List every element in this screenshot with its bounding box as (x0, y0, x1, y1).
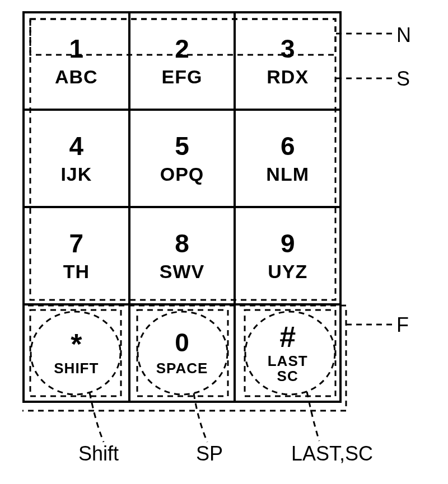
key-number: 3 (281, 36, 295, 62)
label-s: S (396, 67, 410, 91)
key-letters: SWV (160, 262, 204, 281)
key-function: SPACE (156, 361, 208, 376)
key-number: 2 (175, 36, 189, 62)
key-0[interactable]: 0 SPACE (128, 306, 234, 401)
label-n: N (396, 24, 411, 47)
key-letters: UYZ (268, 262, 307, 281)
label-sp: SP (196, 442, 223, 466)
key-4[interactable]: 4 IJK (25, 111, 128, 206)
key-2[interactable]: 2 EFG (128, 13, 234, 109)
key-letters: RDX (267, 67, 309, 86)
key-symbol: # (279, 322, 296, 351)
key-letters: NLM (266, 165, 309, 184)
key-symbol: * (71, 330, 82, 359)
key-letters: EFG (162, 67, 203, 86)
keypad-row-2: 4 IJK 5 OPQ 6 NLM (25, 109, 339, 206)
key-number: 1 (69, 36, 84, 62)
label-lastsc: LAST,SC (291, 442, 373, 466)
key-number: 4 (69, 133, 84, 159)
key-hash[interactable]: # LAST SC (234, 306, 339, 401)
key-7[interactable]: 7 TH (25, 208, 128, 303)
key-letters: IJK (60, 165, 92, 184)
key-letters: OPQ (160, 165, 204, 184)
key-function: LAST SC (268, 354, 308, 384)
keypad-row-3: 7 TH 8 SWV 9 UYZ (25, 206, 339, 303)
key-star[interactable]: * SHIFT (25, 306, 128, 401)
key-number: 8 (175, 231, 189, 256)
key-letters: ABC (55, 67, 98, 86)
key-number: 0 (175, 330, 189, 355)
key-3[interactable]: 3 RDX (234, 13, 339, 109)
key-number: 9 (281, 231, 295, 256)
key-6[interactable]: 6 NLM (234, 111, 339, 206)
label-shift: Shift (78, 442, 119, 466)
key-9[interactable]: 9 UYZ (234, 208, 339, 303)
key-1[interactable]: 1 ABC (25, 13, 128, 109)
label-f: F (396, 313, 409, 337)
key-8[interactable]: 8 SWV (128, 208, 234, 303)
keypad: 1 ABC 2 EFG 3 RDX 4 IJK 5 OPQ 6 (22, 11, 342, 403)
key-5[interactable]: 5 OPQ (128, 111, 234, 206)
key-number: 7 (69, 231, 84, 256)
key-number: 6 (281, 133, 295, 159)
keypad-row-4: * SHIFT 0 SPACE # LAST SC (25, 303, 339, 401)
key-number: 5 (175, 133, 189, 159)
keypad-row-1: 1 ABC 2 EFG 3 RDX (25, 13, 339, 109)
key-function: SHIFT (54, 361, 99, 376)
key-letters: TH (63, 262, 90, 281)
